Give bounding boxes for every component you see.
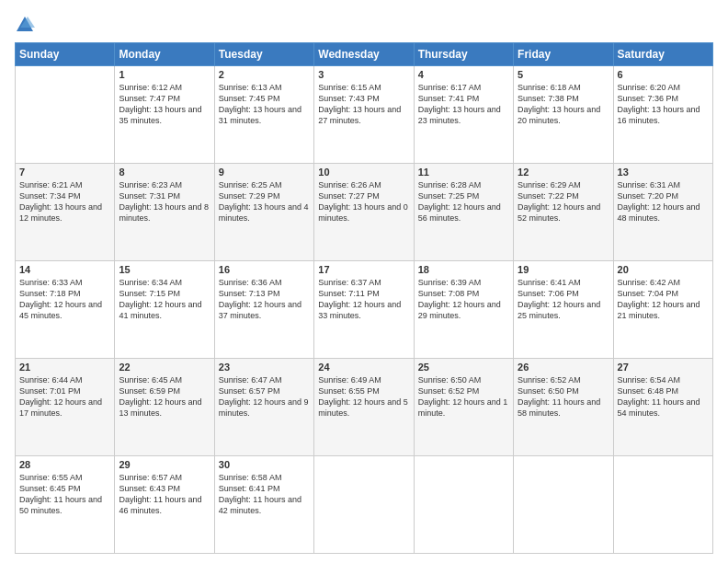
- day-number: 23: [219, 362, 310, 373]
- day-info: Sunrise: 6:33 AM Sunset: 7:18 PM Dayligh…: [19, 277, 110, 322]
- day-number: 12: [518, 167, 609, 178]
- weekday-header-wednesday: Wednesday: [314, 43, 414, 66]
- weekday-header-sunday: Sunday: [16, 43, 115, 66]
- logo-icon: [15, 15, 35, 35]
- calendar-week-5: 28Sunrise: 6:55 AM Sunset: 6:45 PM Dayli…: [16, 456, 713, 554]
- day-info: Sunrise: 6:55 AM Sunset: 6:45 PM Dayligh…: [19, 472, 110, 517]
- day-info: Sunrise: 6:52 AM Sunset: 6:50 PM Dayligh…: [518, 374, 609, 419]
- calendar-table: SundayMondayTuesdayWednesdayThursdayFrid…: [15, 42, 713, 554]
- day-number: 9: [219, 167, 310, 178]
- calendar-cell: 11Sunrise: 6:28 AM Sunset: 7:25 PM Dayli…: [414, 164, 513, 261]
- day-number: 5: [518, 69, 609, 80]
- day-number: 7: [19, 167, 110, 178]
- weekday-header-monday: Monday: [115, 43, 214, 66]
- calendar-week-3: 14Sunrise: 6:33 AM Sunset: 7:18 PM Dayli…: [16, 261, 713, 359]
- day-number: 3: [318, 69, 409, 80]
- day-number: 13: [618, 167, 709, 178]
- day-info: Sunrise: 6:54 AM Sunset: 6:48 PM Dayligh…: [618, 374, 709, 419]
- day-info: Sunrise: 6:13 AM Sunset: 7:45 PM Dayligh…: [219, 82, 310, 127]
- day-info: Sunrise: 6:36 AM Sunset: 7:13 PM Dayligh…: [219, 277, 310, 322]
- calendar-cell: 23Sunrise: 6:47 AM Sunset: 6:57 PM Dayli…: [214, 359, 313, 456]
- day-number: 17: [318, 264, 409, 275]
- day-info: Sunrise: 6:41 AM Sunset: 7:06 PM Dayligh…: [518, 277, 609, 322]
- day-info: Sunrise: 6:26 AM Sunset: 7:27 PM Dayligh…: [318, 179, 409, 224]
- calendar-cell: 18Sunrise: 6:39 AM Sunset: 7:08 PM Dayli…: [414, 261, 513, 359]
- day-number: 24: [318, 362, 409, 373]
- day-info: Sunrise: 6:17 AM Sunset: 7:41 PM Dayligh…: [418, 82, 509, 127]
- day-info: Sunrise: 6:57 AM Sunset: 6:43 PM Dayligh…: [119, 472, 210, 517]
- day-number: 15: [119, 264, 210, 275]
- day-number: 19: [518, 264, 609, 275]
- calendar-cell: [613, 456, 712, 554]
- day-info: Sunrise: 6:29 AM Sunset: 7:22 PM Dayligh…: [518, 179, 609, 224]
- day-info: Sunrise: 6:31 AM Sunset: 7:20 PM Dayligh…: [618, 179, 709, 224]
- day-info: Sunrise: 6:12 AM Sunset: 7:47 PM Dayligh…: [119, 82, 210, 127]
- day-info: Sunrise: 6:20 AM Sunset: 7:36 PM Dayligh…: [618, 82, 709, 127]
- calendar-cell: 4Sunrise: 6:17 AM Sunset: 7:41 PM Daylig…: [414, 66, 513, 164]
- calendar-cell: [414, 456, 513, 554]
- day-number: 4: [418, 69, 509, 80]
- day-info: Sunrise: 6:23 AM Sunset: 7:31 PM Dayligh…: [119, 179, 210, 224]
- calendar-cell: 30Sunrise: 6:58 AM Sunset: 6:41 PM Dayli…: [214, 456, 313, 554]
- weekday-header-saturday: Saturday: [613, 43, 712, 66]
- calendar-cell: 3Sunrise: 6:15 AM Sunset: 7:43 PM Daylig…: [314, 66, 414, 164]
- calendar-cell: 29Sunrise: 6:57 AM Sunset: 6:43 PM Dayli…: [115, 456, 214, 554]
- day-info: Sunrise: 6:34 AM Sunset: 7:15 PM Dayligh…: [119, 277, 210, 322]
- page: SundayMondayTuesdayWednesdayThursdayFrid…: [0, 0, 728, 563]
- calendar-cell: 5Sunrise: 6:18 AM Sunset: 7:38 PM Daylig…: [514, 66, 613, 164]
- day-info: Sunrise: 6:21 AM Sunset: 7:34 PM Dayligh…: [19, 179, 110, 224]
- weekday-header-friday: Friday: [514, 43, 613, 66]
- calendar-cell: 22Sunrise: 6:45 AM Sunset: 6:59 PM Dayli…: [115, 359, 214, 456]
- calendar-cell: 10Sunrise: 6:26 AM Sunset: 7:27 PM Dayli…: [314, 164, 414, 261]
- calendar-cell: 12Sunrise: 6:29 AM Sunset: 7:22 PM Dayli…: [514, 164, 613, 261]
- calendar-cell: 27Sunrise: 6:54 AM Sunset: 6:48 PM Dayli…: [613, 359, 712, 456]
- calendar-week-2: 7Sunrise: 6:21 AM Sunset: 7:34 PM Daylig…: [16, 164, 713, 261]
- calendar-cell: 17Sunrise: 6:37 AM Sunset: 7:11 PM Dayli…: [314, 261, 414, 359]
- day-info: Sunrise: 6:37 AM Sunset: 7:11 PM Dayligh…: [318, 277, 409, 322]
- calendar-cell: [16, 66, 115, 164]
- weekday-header-row: SundayMondayTuesdayWednesdayThursdayFrid…: [16, 43, 713, 66]
- calendar-cell: [514, 456, 613, 554]
- day-number: 25: [418, 362, 509, 373]
- day-info: Sunrise: 6:15 AM Sunset: 7:43 PM Dayligh…: [318, 82, 409, 127]
- header: [15, 11, 713, 35]
- day-info: Sunrise: 6:47 AM Sunset: 6:57 PM Dayligh…: [219, 374, 310, 419]
- calendar-cell: 26Sunrise: 6:52 AM Sunset: 6:50 PM Dayli…: [514, 359, 613, 456]
- calendar-cell: 13Sunrise: 6:31 AM Sunset: 7:20 PM Dayli…: [613, 164, 712, 261]
- day-info: Sunrise: 6:18 AM Sunset: 7:38 PM Dayligh…: [518, 82, 609, 127]
- weekday-header-thursday: Thursday: [414, 43, 513, 66]
- day-number: 28: [19, 459, 110, 470]
- day-info: Sunrise: 6:50 AM Sunset: 6:52 PM Dayligh…: [418, 374, 509, 419]
- day-number: 1: [119, 69, 210, 80]
- day-info: Sunrise: 6:39 AM Sunset: 7:08 PM Dayligh…: [418, 277, 509, 322]
- calendar-cell: 6Sunrise: 6:20 AM Sunset: 7:36 PM Daylig…: [613, 66, 712, 164]
- day-number: 29: [119, 459, 210, 470]
- weekday-header-tuesday: Tuesday: [214, 43, 313, 66]
- day-number: 21: [19, 362, 110, 373]
- logo: [15, 15, 39, 35]
- day-info: Sunrise: 6:28 AM Sunset: 7:25 PM Dayligh…: [418, 179, 509, 224]
- day-number: 8: [119, 167, 210, 178]
- calendar-cell: 25Sunrise: 6:50 AM Sunset: 6:52 PM Dayli…: [414, 359, 513, 456]
- day-info: Sunrise: 6:25 AM Sunset: 7:29 PM Dayligh…: [219, 179, 310, 224]
- day-number: 22: [119, 362, 210, 373]
- day-info: Sunrise: 6:44 AM Sunset: 7:01 PM Dayligh…: [19, 374, 110, 419]
- calendar-cell: 16Sunrise: 6:36 AM Sunset: 7:13 PM Dayli…: [214, 261, 313, 359]
- day-number: 27: [618, 362, 709, 373]
- calendar-cell: 15Sunrise: 6:34 AM Sunset: 7:15 PM Dayli…: [115, 261, 214, 359]
- calendar-cell: 28Sunrise: 6:55 AM Sunset: 6:45 PM Dayli…: [16, 456, 115, 554]
- day-number: 10: [318, 167, 409, 178]
- calendar-cell: 14Sunrise: 6:33 AM Sunset: 7:18 PM Dayli…: [16, 261, 115, 359]
- calendar-cell: [314, 456, 414, 554]
- day-number: 26: [518, 362, 609, 373]
- day-info: Sunrise: 6:45 AM Sunset: 6:59 PM Dayligh…: [119, 374, 210, 419]
- calendar-cell: 1Sunrise: 6:12 AM Sunset: 7:47 PM Daylig…: [115, 66, 214, 164]
- day-number: 20: [618, 264, 709, 275]
- calendar-cell: 24Sunrise: 6:49 AM Sunset: 6:55 PM Dayli…: [314, 359, 414, 456]
- day-number: 16: [219, 264, 310, 275]
- day-number: 18: [418, 264, 509, 275]
- day-info: Sunrise: 6:58 AM Sunset: 6:41 PM Dayligh…: [219, 472, 310, 517]
- calendar-week-1: 1Sunrise: 6:12 AM Sunset: 7:47 PM Daylig…: [16, 66, 713, 164]
- day-number: 14: [19, 264, 110, 275]
- calendar-cell: 21Sunrise: 6:44 AM Sunset: 7:01 PM Dayli…: [16, 359, 115, 456]
